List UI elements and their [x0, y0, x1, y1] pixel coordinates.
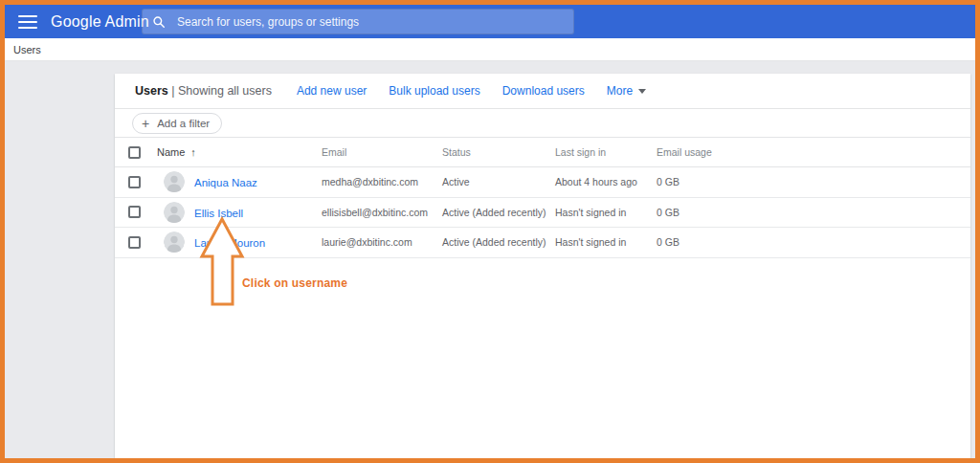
user-name-link[interactable]: Aniqua Naaz: [194, 177, 257, 188]
table-header-row: Name ↑ Email Status Last sign in Email u…: [115, 138, 970, 167]
select-all-checkbox[interactable]: [128, 146, 141, 159]
app-title: Google Admin: [51, 13, 149, 31]
plus-icon: +: [142, 117, 149, 130]
user-name-link[interactable]: Ellis Isbell: [194, 208, 243, 219]
page-title-bold: Users: [135, 84, 168, 98]
search-input[interactable]: [177, 15, 564, 29]
user-email-usage: 0 GB: [657, 236, 970, 248]
user-email: laurie@dxbitinc.com: [322, 236, 442, 248]
row-checkbox[interactable]: [128, 176, 141, 188]
more-menu-button[interactable]: More: [607, 84, 646, 98]
page-title: Users | Showing all users: [135, 84, 272, 98]
user-last-sign-in: About 4 hours ago: [555, 176, 657, 187]
row-checkbox[interactable]: [128, 236, 141, 249]
sort-ascending-icon[interactable]: ↑: [190, 146, 196, 158]
user-avatar-icon: [164, 232, 185, 253]
page-title-rest: | Showing all users: [171, 84, 272, 98]
card-header: Users | Showing all users Add new user B…: [115, 74, 970, 109]
user-email: medha@dxbitinc.com: [322, 176, 442, 187]
user-email: ellisisbell@dxbitinc.com: [322, 207, 442, 218]
caret-down-icon: [638, 89, 646, 94]
user-avatar-icon: [164, 202, 185, 223]
hamburger-menu-icon[interactable]: [18, 15, 37, 29]
screenshot-frame: Google Admin Users Users | Showing all u…: [0, 0, 980, 463]
header-actions: Add new user Bulk upload users Download …: [297, 84, 646, 98]
main-area: Users | Showing all users Add new user B…: [5, 61, 975, 463]
top-app-bar: Google Admin: [5, 5, 975, 38]
add-filter-label: Add a filter: [157, 118, 210, 129]
add-new-user-link[interactable]: Add new user: [297, 84, 367, 98]
breadcrumb-users[interactable]: Users: [13, 44, 41, 55]
user-name-link[interactable]: Laurie Mouron: [194, 237, 265, 249]
table-row[interactable]: Aniqua Naaz medha@dxbitinc.com Active Ab…: [115, 167, 970, 198]
table-row[interactable]: Laurie Mouron laurie@dxbitinc.com Active…: [115, 228, 970, 258]
breadcrumb: Users: [5, 38, 975, 61]
add-filter-button[interactable]: + Add a filter: [132, 113, 222, 134]
download-users-link[interactable]: Download users: [502, 84, 585, 98]
column-header-email-usage[interactable]: Email usage: [657, 146, 970, 158]
user-avatar-icon: [164, 171, 185, 192]
user-email-usage: 0 GB: [657, 176, 970, 187]
row-checkbox[interactable]: [128, 206, 141, 218]
user-status: Active (Added recently): [442, 236, 555, 248]
column-header-name[interactable]: Name ↑: [157, 146, 322, 158]
annotation-text: Click on username: [242, 276, 347, 290]
user-status: Active: [442, 176, 555, 187]
search-bar[interactable]: [142, 9, 574, 34]
table-row[interactable]: Ellis Isbell ellisisbell@dxbitinc.com Ac…: [115, 198, 970, 229]
column-header-last-sign-in[interactable]: Last sign in: [555, 146, 657, 158]
more-menu-label: More: [607, 84, 633, 98]
user-status: Active (Added recently): [442, 207, 555, 218]
column-header-status[interactable]: Status: [442, 146, 555, 158]
column-header-email[interactable]: Email: [322, 146, 442, 158]
user-email-usage: 0 GB: [657, 207, 970, 218]
filter-row: + Add a filter: [115, 109, 970, 138]
users-card: Users | Showing all users Add new user B…: [115, 74, 970, 463]
bulk-upload-users-link[interactable]: Bulk upload users: [389, 84, 479, 98]
search-icon: [152, 15, 166, 29]
user-last-sign-in: Hasn't signed in: [555, 236, 657, 248]
user-last-sign-in: Hasn't signed in: [555, 207, 657, 218]
